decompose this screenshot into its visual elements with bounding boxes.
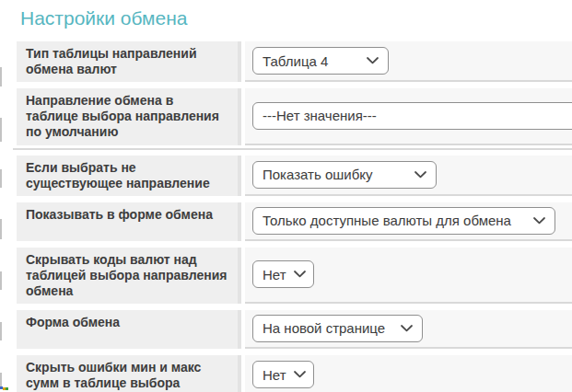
select-value: Нет [263, 367, 286, 383]
select-table-type[interactable]: Таблица 4 [252, 47, 389, 75]
select-value: На новой странице [263, 320, 385, 336]
chevron-down-icon [533, 217, 545, 225]
setting-label: Показывать в форме обмена [17, 202, 241, 241]
setting-value-panel: Только доступные валюты для обмена [245, 202, 572, 241]
setting-label: Тип таблицы направлений обмена валют [17, 41, 241, 82]
select-exchange-form-mode[interactable]: На новой странице [252, 315, 423, 342]
select-value: ---Нет значения--- [263, 108, 377, 123]
setting-row-exchange-form-display: Показывать в форме обмена Только доступн… [17, 202, 572, 241]
setting-value-panel: ---Нет значения--- [245, 88, 572, 144]
row-separator [13, 148, 572, 150]
chevron-down-icon [294, 371, 306, 378]
setting-value-panel: Нет [245, 248, 572, 304]
setting-row-default-direction: Направление обмена в таблице выбора напр… [17, 88, 572, 144]
select-nonexistent-direction-action[interactable]: Показать ошибку [252, 161, 437, 189]
chevron-down-icon [367, 57, 379, 64]
clipped-left-edge-mark [0, 373, 2, 387]
select-value: Показать ошибку [263, 167, 373, 182]
clipped-left-edge-mark [0, 271, 2, 290]
select-hide-currency-codes[interactable]: Нет [252, 260, 314, 288]
setting-row-table-type: Тип таблицы направлений обмена валют Таб… [17, 41, 572, 82]
setting-row-hide-min-max-errors: Скрыть ошибки мин и макс сумм в таблице … [17, 355, 572, 392]
select-value: Таблица 4 [263, 53, 328, 69]
exchange-settings-page: Настройки обмена Тип таблицы направлений… [0, 0, 572, 392]
select-hide-min-max-errors[interactable]: Нет [252, 361, 314, 388]
setting-label: Скрыть ошибки мин и макс сумм в таблице … [17, 355, 241, 392]
setting-label: Скрывать коды валют над таблицей выбора … [17, 248, 241, 304]
setting-value-panel: Нет [245, 355, 572, 392]
select-default-direction[interactable]: ---Нет значения--- [252, 102, 572, 130]
clipped-left-edge-mark [0, 219, 2, 239]
chevron-down-icon [401, 325, 413, 332]
setting-value-panel: Таблица 4 [245, 41, 572, 82]
select-value: Только доступные валюты для обмена [263, 213, 511, 228]
select-value: Нет [263, 267, 286, 282]
setting-row-nonexistent-direction: Если выбрать не существующее направление… [17, 156, 572, 196]
setting-label: Направление обмена в таблице выбора напр… [17, 88, 241, 144]
setting-row-hide-currency-codes: Скрывать коды валют над таблицей выбора … [17, 248, 572, 304]
select-exchange-form-display[interactable]: Только доступные валюты для обмена [252, 207, 555, 235]
setting-value-panel: На новой странице [245, 310, 572, 349]
clipped-left-edge-mark [0, 118, 2, 142]
clipped-left-edge-mark [0, 322, 2, 340]
clipped-left-edge-mark [0, 169, 2, 188]
setting-value-panel: Показать ошибку [245, 156, 572, 196]
setting-row-exchange-form-mode: Форма обмена На новой странице [17, 310, 572, 349]
setting-label: Если выбрать не существующее направление [17, 156, 241, 196]
chevron-down-icon [294, 271, 306, 278]
page-title: Настройки обмена [20, 7, 572, 29]
chevron-down-icon [414, 171, 426, 179]
clipped-corner-artifact [6, 387, 8, 390]
setting-label: Форма обмена [17, 310, 241, 349]
clipped-left-edge-mark [0, 67, 2, 86]
